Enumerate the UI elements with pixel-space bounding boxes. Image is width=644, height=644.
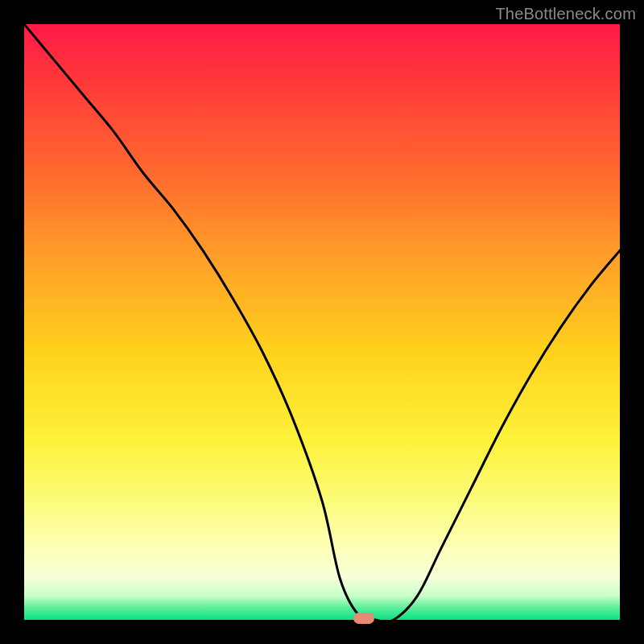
bottleneck-curve <box>24 24 620 620</box>
watermark-text: TheBottleneck.com <box>495 5 636 23</box>
plot-area <box>24 24 620 620</box>
chart-frame: TheBottleneck.com <box>0 0 644 644</box>
minimum-marker <box>353 613 374 624</box>
